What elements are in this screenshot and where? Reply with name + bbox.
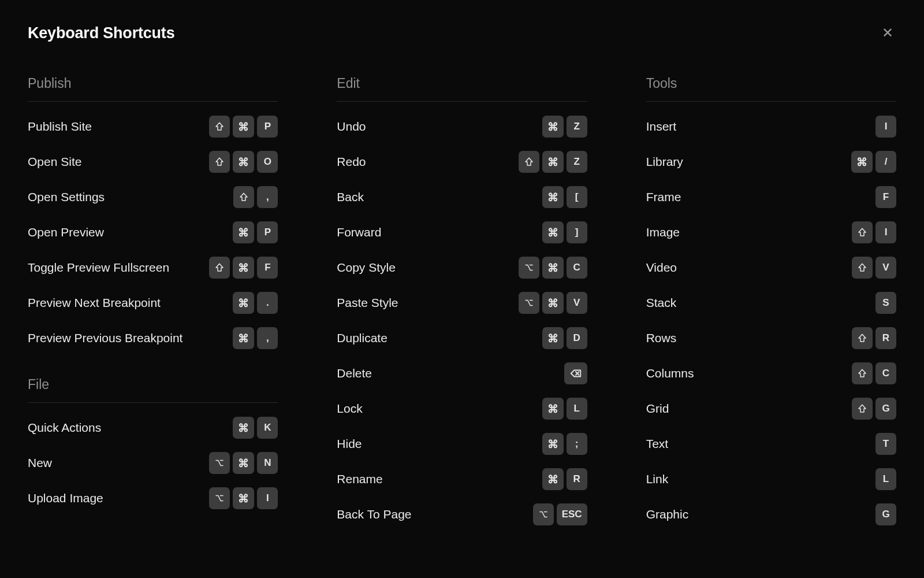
shortcut-keys: ⌘K — [233, 417, 278, 439]
cmd-key: ⌘ — [233, 116, 254, 138]
shortcut-label: Grid — [646, 402, 669, 416]
shortcut-keys: C — [852, 362, 896, 384]
key-cap: K — [257, 417, 278, 439]
shortcut-label: Video — [646, 261, 677, 275]
key-cap: C — [875, 362, 896, 384]
key-cap: . — [257, 292, 278, 314]
option-key — [209, 452, 230, 474]
shortcut-keys: ⌘C — [519, 257, 587, 279]
key-cap: [ — [567, 186, 587, 208]
shortcut-label: Delete — [337, 366, 372, 380]
shift-key — [209, 151, 230, 173]
cmd-key: ⌘ — [542, 433, 564, 455]
key-cap: , — [257, 327, 278, 349]
key-cap: Z — [567, 151, 587, 173]
section-title: File — [28, 377, 278, 403]
shortcut-keys: ⌘Z — [519, 151, 587, 173]
key-cap: C — [567, 257, 587, 279]
shortcut-keys: ⌘. — [233, 292, 278, 314]
option-key — [533, 503, 554, 525]
cmd-key: ⌘ — [542, 221, 564, 243]
shortcut-label: Stack — [646, 296, 677, 310]
shortcut-row: StackS — [646, 292, 896, 314]
cmd-key: ⌘ — [542, 151, 564, 173]
key-cap: V — [567, 292, 587, 314]
cmd-key: ⌘ — [233, 417, 254, 439]
shortcut-label: Open Site — [28, 155, 81, 169]
shortcut-label: Upload Image — [28, 491, 103, 505]
shortcut-list: Undo⌘ZRedo⌘ZBack⌘[Forward⌘]Copy Style⌘CP… — [337, 116, 587, 525]
key-cap: G — [875, 503, 896, 525]
shortcut-list: InsertILibrary⌘/FrameFImageIVideoVStackS… — [646, 116, 896, 525]
shortcut-row: Back To PageESC — [337, 503, 587, 525]
shortcut-keys: ⌘P — [233, 221, 278, 243]
shortcut-label: Copy Style — [337, 261, 396, 275]
shortcut-row: Preview Next Breakpoint⌘. — [28, 292, 278, 314]
dialog-title: Keyboard Shortcuts — [28, 24, 174, 42]
shortcut-list: Publish Site⌘POpen Site⌘OOpen Settings,O… — [28, 116, 278, 349]
shift-key — [852, 221, 873, 243]
shortcut-keys: ESC — [533, 503, 587, 525]
shortcut-row: ColumnsC — [646, 362, 896, 384]
key-cap: P — [257, 221, 278, 243]
option-key — [519, 292, 539, 314]
key-cap: S — [875, 292, 896, 314]
shortcut-label: Publish Site — [28, 120, 92, 134]
shortcut-label: Toggle Preview Fullscreen — [28, 261, 169, 275]
shortcut-row: RowsR — [646, 327, 896, 349]
shortcut-label: Preview Next Breakpoint — [28, 296, 161, 310]
option-key — [209, 487, 230, 509]
shortcut-keys: ⌘P — [209, 116, 278, 138]
shortcut-keys: V — [852, 257, 896, 279]
close-button[interactable]: ✕ — [879, 24, 896, 42]
shortcut-keys: ⌘V — [519, 292, 587, 314]
cmd-key: ⌘ — [233, 327, 254, 349]
shortcut-row: Open Site⌘O — [28, 151, 278, 173]
option-key — [519, 257, 539, 279]
shortcut-keys: ⌘D — [542, 327, 587, 349]
cmd-key: ⌘ — [233, 452, 254, 474]
cmd-key: ⌘ — [851, 151, 873, 173]
shift-key — [233, 186, 254, 208]
key-cap: L — [567, 398, 587, 420]
shortcut-label: Rows — [646, 331, 677, 345]
shortcut-keys: F — [875, 186, 896, 208]
key-cap: V — [875, 257, 896, 279]
shortcut-keys: G — [875, 503, 896, 525]
shortcut-label: Duplicate — [337, 331, 388, 345]
cmd-key: ⌘ — [542, 292, 564, 314]
shortcut-section: FileQuick Actions⌘KNew⌘NUpload Image⌘I — [28, 377, 278, 509]
dialog-header: Keyboard Shortcuts — [28, 24, 896, 42]
shortcut-label: Graphic — [646, 507, 689, 521]
key-cap: G — [875, 398, 896, 420]
key-cap: R — [567, 468, 587, 490]
shortcut-label: Forward — [337, 225, 381, 239]
shortcut-column: ToolsInsertILibrary⌘/FrameFImageIVideoVS… — [646, 76, 896, 525]
shortcut-label: Columns — [646, 366, 694, 380]
shortcut-row: Quick Actions⌘K — [28, 417, 278, 439]
shortcut-keys: T — [875, 433, 896, 455]
cmd-key: ⌘ — [542, 116, 564, 138]
shortcut-label: New — [28, 456, 52, 470]
shortcut-keys: G — [852, 398, 896, 420]
cmd-key: ⌘ — [542, 398, 564, 420]
shortcut-label: Open Settings — [28, 190, 105, 204]
shortcut-row: GraphicG — [646, 503, 896, 525]
shortcut-section: ToolsInsertILibrary⌘/FrameFImageIVideoVS… — [646, 76, 896, 525]
key-cap: ESC — [557, 503, 587, 525]
section-title: Tools — [646, 76, 896, 102]
shortcut-row: Hide⌘; — [337, 433, 587, 455]
key-cap: F — [875, 186, 896, 208]
shortcut-row: Lock⌘L — [337, 398, 587, 420]
shortcut-row: LinkL — [646, 468, 896, 490]
shortcut-keys: I — [852, 221, 896, 243]
section-title: Edit — [337, 76, 587, 102]
shortcut-section: PublishPublish Site⌘POpen Site⌘OOpen Set… — [28, 76, 278, 349]
shortcut-keys: ⌘; — [542, 433, 587, 455]
shortcut-label: Rename — [337, 472, 382, 486]
shift-key — [852, 362, 873, 384]
shortcut-row: Duplicate⌘D — [337, 327, 587, 349]
shortcut-keys: ⌘[ — [542, 186, 587, 208]
close-icon: ✕ — [882, 25, 893, 41]
shortcut-row: Toggle Preview Fullscreen⌘F — [28, 257, 278, 279]
